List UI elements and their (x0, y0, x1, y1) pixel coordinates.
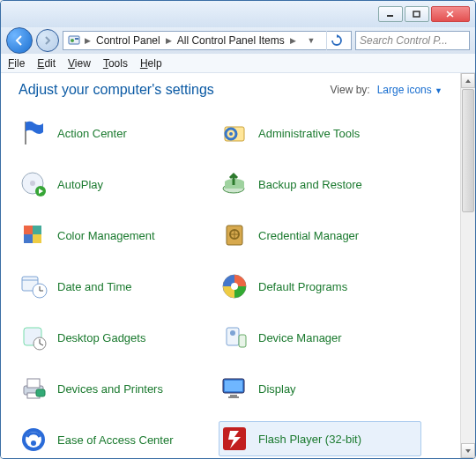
svg-rect-34 (228, 396, 239, 398)
chevron-down-icon[interactable]: ▼ (307, 36, 315, 45)
svg-point-37 (31, 440, 36, 446)
gear-folder-icon (219, 118, 249, 148)
control-panel-item[interactable]: Administrative Tools (219, 115, 420, 151)
menu-view[interactable]: View (68, 57, 91, 70)
display-icon (219, 374, 249, 403)
minimize-button[interactable] (378, 6, 403, 22)
control-panel-item[interactable]: Ease of Access Center (19, 422, 219, 457)
item-label: Display (258, 382, 296, 396)
item-label: Ease of Access Center (57, 433, 174, 447)
menu-help[interactable]: Help (140, 57, 162, 70)
item-label: AutoPlay (57, 178, 103, 191)
control-panel-item[interactable]: Color Management (19, 218, 219, 253)
breadcrumb-part[interactable]: All Control Panel Items (175, 33, 286, 48)
item-label: Default Programs (258, 280, 347, 293)
flash-icon (219, 424, 249, 454)
window: ▶ Control Panel ▶ All Control Panel Item… (0, 0, 476, 459)
control-panel-item[interactable]: Backup and Restore (219, 167, 420, 202)
svg-point-7 (229, 132, 233, 136)
maximize-button[interactable] (405, 6, 429, 22)
control-panel-item[interactable]: Credential Manager (219, 218, 420, 253)
titlebar (1, 1, 475, 27)
item-label: Flash Player (32-bit) (258, 433, 361, 446)
defaults-icon (219, 271, 249, 301)
clock-icon (19, 271, 48, 301)
breadcrumb-part[interactable]: Control Panel (94, 33, 162, 48)
cd-play-icon (19, 169, 48, 199)
control-panel-item[interactable]: Date and Time (19, 269, 219, 304)
scroll-track[interactable] (461, 213, 475, 443)
item-label: Action Center (57, 127, 127, 140)
svg-rect-25 (239, 335, 246, 347)
control-panel-item[interactable]: Desktop Gadgets (19, 320, 219, 355)
item-label: Administrative Tools (258, 127, 360, 140)
refresh-button[interactable] (326, 31, 347, 50)
menu-edit[interactable]: Edit (37, 57, 56, 70)
chevron-right-icon: ▶ (290, 36, 296, 45)
viewby-label: View by: (331, 84, 370, 96)
svg-rect-14 (24, 234, 33, 243)
item-label: Device Manager (258, 331, 342, 344)
items-grid: Action CenterAdministrative ToolsAutoPla… (19, 115, 451, 457)
svg-point-3 (71, 39, 74, 42)
page-title: Adjust your computer's settings (19, 82, 331, 98)
viewby-select[interactable]: Large icons ▼ (377, 84, 443, 96)
svg-rect-13 (33, 226, 41, 234)
gadgets-icon (19, 322, 48, 352)
ease-icon (19, 425, 48, 455)
svg-rect-2 (69, 36, 79, 44)
search-input[interactable]: Search Control P... (355, 31, 470, 50)
svg-rect-30 (36, 389, 45, 396)
control-panel-item[interactable]: Flash Player (32-bit) (219, 421, 421, 456)
menu-file[interactable]: File (8, 57, 25, 70)
control-panel-item[interactable]: Device Manager (219, 320, 420, 355)
chevron-right-icon: ▶ (166, 36, 172, 45)
chevron-down-icon: ▼ (435, 86, 443, 95)
address-bar[interactable]: ▶ Control Panel ▶ All Control Panel Item… (63, 31, 352, 50)
nav-toolbar: ▶ Control Panel ▶ All Control Panel Item… (1, 27, 475, 54)
item-label: Desktop Gadgets (57, 331, 145, 344)
scrollbar[interactable] (460, 73, 475, 458)
menu-tools[interactable]: Tools (103, 57, 128, 70)
control-panel-icon (67, 33, 81, 48)
scroll-down-button[interactable] (461, 443, 475, 458)
device-icon (219, 322, 249, 352)
control-panel-item[interactable]: Action Center (19, 115, 219, 151)
item-label: Color Management (57, 229, 155, 242)
svg-point-21 (231, 283, 238, 290)
content-area: Adjust your computer's settings View by:… (1, 73, 475, 458)
control-panel-item[interactable]: Devices and Printers (19, 371, 219, 406)
svg-point-9 (30, 181, 35, 186)
flag-icon (19, 118, 48, 148)
svg-rect-1 (413, 11, 420, 17)
item-label: Backup and Restore (258, 178, 362, 191)
item-label: Devices and Printers (57, 382, 163, 396)
control-panel-item[interactable]: Default Programs (219, 269, 420, 304)
svg-rect-33 (230, 395, 237, 396)
svg-rect-4 (75, 38, 78, 40)
svg-rect-28 (27, 379, 40, 388)
svg-rect-32 (225, 381, 242, 391)
scroll-thumb[interactable] (462, 89, 474, 212)
color-icon (19, 220, 48, 250)
svg-rect-15 (33, 234, 41, 243)
item-label: Credential Manager (258, 229, 359, 242)
scroll-up-button[interactable] (461, 73, 475, 88)
back-button[interactable] (6, 27, 33, 54)
item-label: Date and Time (57, 280, 132, 293)
control-panel-item[interactable]: AutoPlay (19, 167, 219, 202)
svg-rect-12 (24, 226, 33, 234)
svg-point-26 (230, 330, 235, 336)
backup-icon (219, 169, 249, 199)
printer-icon (19, 374, 48, 403)
close-button[interactable] (431, 6, 470, 22)
menu-bar: File Edit View Tools Help (1, 54, 475, 73)
control-panel-item[interactable]: Display (219, 371, 420, 406)
vault-icon (219, 220, 249, 250)
chevron-right-icon: ▶ (85, 36, 91, 45)
forward-button[interactable] (36, 29, 59, 52)
